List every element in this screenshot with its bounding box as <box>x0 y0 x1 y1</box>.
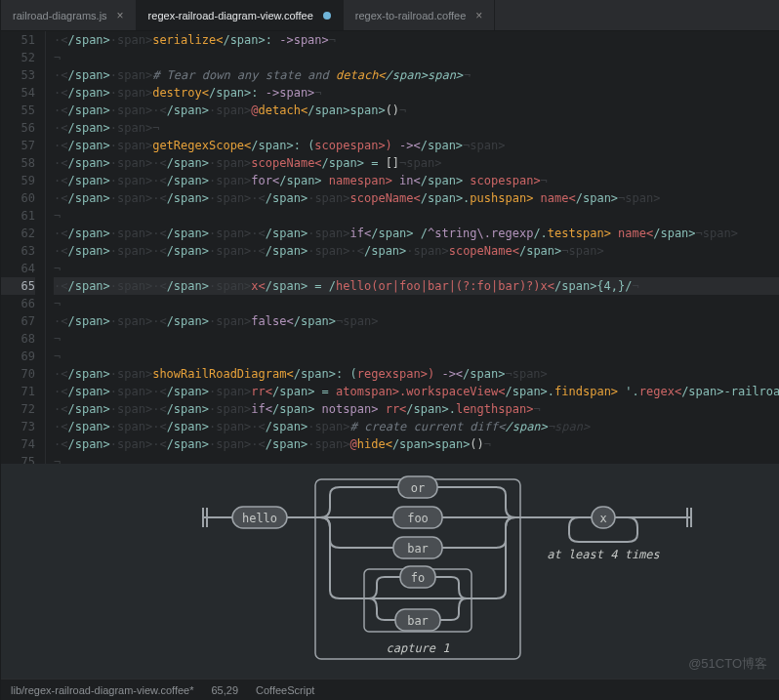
code-line[interactable]: ¬ <box>54 207 779 225</box>
code-line[interactable]: ·</span>·span>·</span>·span>if</span> no… <box>54 400 779 418</box>
close-icon[interactable]: × <box>117 9 124 22</box>
code-line[interactable]: ¬ <box>54 260 779 277</box>
railroad-diagram-panel: hello or foo bar fo bar capture <box>1 464 779 679</box>
line-number-gutter: 5152535455565758596061626364656667686970… <box>1 31 46 464</box>
rr-bar1: bar <box>407 542 429 556</box>
code-line[interactable]: ·</span>·span>¬ <box>54 119 779 137</box>
code-line[interactable]: ·</span>·span>·</span>·span>·</span>·spa… <box>54 418 779 435</box>
line-number[interactable]: 64 <box>1 260 35 277</box>
line-number[interactable]: 72 <box>1 400 35 418</box>
line-number[interactable]: 58 <box>1 154 35 172</box>
code-line[interactable]: ·</span>·span>·</span>·span>·</span>·spa… <box>54 189 779 207</box>
code-line[interactable]: ·</span>·span>serialize</span>: ->span>¬ <box>54 31 779 49</box>
line-number[interactable]: 67 <box>1 312 35 330</box>
rr-capture-label: capture 1 <box>386 641 449 655</box>
line-number[interactable]: 73 <box>1 418 35 435</box>
code-line[interactable]: ·</span>·span>destroy</span>: ->span>¬ <box>54 84 779 102</box>
railroad-svg: hello or foo bar fo bar capture <box>193 474 701 669</box>
line-number[interactable]: 59 <box>1 172 35 189</box>
status-path: lib/regex-railroad-diagram-view.coffee* <box>11 684 194 696</box>
line-number[interactable]: 53 <box>1 66 35 84</box>
line-number[interactable]: 66 <box>1 295 35 312</box>
editor-tab[interactable]: regex-railroad-diagram-view.coffee <box>137 0 344 30</box>
line-number[interactable]: 65 <box>1 277 35 295</box>
line-number[interactable]: 61 <box>1 207 35 225</box>
tab-bar[interactable]: railroad-diagrams.js×regex-railroad-diag… <box>1 0 779 31</box>
line-number[interactable]: 69 <box>1 348 35 365</box>
editor-tab[interactable]: railroad-diagrams.js× <box>1 0 137 30</box>
code-line[interactable]: ·</span>·span>showRailRoadDiagram</span>… <box>54 365 779 383</box>
code-line[interactable]: ·</span>·span># Tear down any state and … <box>54 66 779 84</box>
rr-x: x <box>599 512 606 525</box>
tab-label: regex-railroad-diagram-view.coffee <box>148 10 313 21</box>
line-number[interactable]: 70 <box>1 365 35 383</box>
code-line[interactable]: ¬ <box>54 453 779 464</box>
code-line[interactable]: ¬ <box>54 295 779 312</box>
status-language[interactable]: CoffeeScript <box>256 684 314 696</box>
line-number[interactable]: 52 <box>1 49 35 66</box>
line-number[interactable]: 55 <box>1 102 35 119</box>
code-editor[interactable]: 5152535455565758596061626364656667686970… <box>1 31 779 464</box>
close-icon[interactable]: × <box>475 9 482 22</box>
rr-or: or <box>411 481 425 495</box>
line-number[interactable]: 57 <box>1 137 35 154</box>
status-cursor-pos: 65,29 <box>212 684 239 696</box>
line-number[interactable]: 56 <box>1 119 35 137</box>
line-number[interactable]: 75 <box>1 453 35 464</box>
code-line[interactable]: ·</span>·span>·</span>·span>·</span>·spa… <box>54 242 779 260</box>
rr-foo: foo <box>407 512 429 525</box>
rr-atleast: at least 4 times <box>547 548 660 561</box>
line-number[interactable]: 68 <box>1 330 35 348</box>
rr-fo: fo <box>411 571 425 585</box>
code-line[interactable]: ·</span>·span>·</span>·span>·</span>·spa… <box>54 435 779 453</box>
code-line[interactable]: ·</span>·span>·</span>·span>false</span>… <box>54 312 779 330</box>
code-line[interactable]: ¬ <box>54 330 779 348</box>
code-line[interactable]: ·</span>·span>·</span>·span>·</span>·spa… <box>54 225 779 242</box>
code-line[interactable]: ¬ <box>54 348 779 365</box>
line-number[interactable]: 51 <box>1 31 35 49</box>
line-number[interactable]: 62 <box>1 225 35 242</box>
tab-label: regex-to-railroad.coffee <box>355 10 467 21</box>
code-line[interactable]: ·</span>·span>·</span>·span>@detach</spa… <box>54 102 779 119</box>
code-line[interactable]: ·</span>·span>·</span>·span>for</span> n… <box>54 172 779 189</box>
line-number[interactable]: 63 <box>1 242 35 260</box>
code-line[interactable]: ·</span>·span>·</span>·span>x</span> = /… <box>54 277 779 295</box>
code-line[interactable]: ·</span>·span>·</span>·span>rr</span> = … <box>54 383 779 400</box>
code-line[interactable]: ¬ <box>54 49 779 66</box>
line-number[interactable]: 60 <box>1 189 35 207</box>
status-bar: lib/regex-railroad-diagram-view.coffee* … <box>1 679 779 700</box>
editor-pane: railroad-diagrams.js×regex-railroad-diag… <box>1 0 779 700</box>
rr-hello: hello <box>242 512 277 525</box>
line-number[interactable]: 71 <box>1 383 35 400</box>
code-line[interactable]: ·</span>·span>getRegexScope</span>: (sco… <box>54 137 779 154</box>
unsaved-dot-icon <box>323 12 331 20</box>
code-area[interactable]: ·</span>·span>serialize</span>: ->span>¬… <box>46 31 779 464</box>
editor-tab[interactable]: regex-to-railroad.coffee× <box>344 0 496 30</box>
code-line[interactable]: ·</span>·span>·</span>·span>scopeName</s… <box>54 154 779 172</box>
line-number[interactable]: 74 <box>1 435 35 453</box>
rr-bar2: bar <box>407 614 429 628</box>
line-number[interactable]: 54 <box>1 84 35 102</box>
tab-label: railroad-diagrams.js <box>13 10 107 21</box>
